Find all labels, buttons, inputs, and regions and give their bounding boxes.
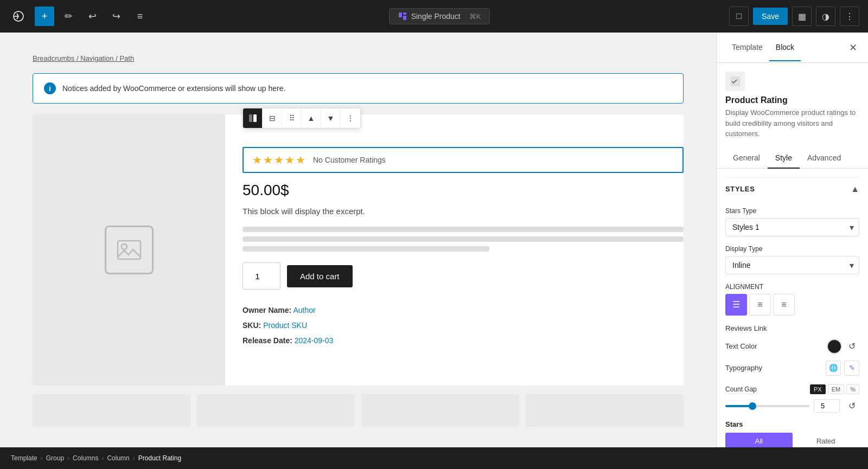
sku-label: SKU: (242, 321, 261, 330)
template-selector[interactable]: Single Product ⌘K (389, 8, 490, 24)
bottom-bar-template[interactable]: Template (9, 454, 40, 462)
release-value[interactable]: 2024-09-03 (295, 336, 334, 345)
stars-section: Stars All Rated (725, 420, 859, 448)
block-toolbar-more-btn[interactable]: ⋮ (341, 108, 360, 128)
save-button[interactable]: Save (753, 8, 788, 25)
sku-value[interactable]: Product SKU (263, 321, 307, 330)
star-2: ★ (263, 153, 273, 166)
align-left-button[interactable]: ☰ (725, 294, 747, 316)
unit-em-button[interactable]: EM (828, 384, 845, 394)
display-type-select[interactable]: Inline Block (725, 256, 859, 274)
svg-rect-3 (403, 16, 406, 20)
sku-row: SKU: Product SKU (242, 318, 684, 333)
styles-section-header[interactable]: Styles ▲ (725, 177, 859, 201)
sidebar-content: Product Rating Display WooCommerce produ… (717, 63, 868, 447)
stars-tab-rated[interactable]: Rated (793, 433, 860, 448)
notice-icon: i (44, 82, 56, 94)
block-toolbar-down-btn[interactable]: ▼ (321, 108, 341, 128)
alignment-label: ALIGNMENT (725, 283, 859, 291)
owner-row: Owner Name: Author (242, 303, 684, 318)
alignment-group: ALIGNMENT ☰ ≡ ≡ (725, 283, 859, 316)
rating-text: No Customer Ratings (313, 156, 386, 164)
block-icon (725, 72, 745, 91)
display-type-group: Display Type Inline Block (725, 245, 859, 274)
count-gap-slider[interactable] (725, 405, 809, 407)
bottom-block-2 (197, 394, 355, 427)
bottom-bar-columns[interactable]: Columns (71, 454, 100, 462)
reviews-link-row: Reviews Link (725, 324, 859, 332)
template-label: Single Product (411, 12, 461, 21)
svg-rect-2 (403, 12, 406, 15)
tab-advanced[interactable]: Advanced (800, 148, 848, 169)
wp-logo-icon[interactable] (9, 7, 28, 26)
redo-button[interactable]: ↪ (106, 7, 126, 26)
unit-percent-button[interactable]: % (846, 384, 859, 394)
sidebar-toggle-button[interactable]: ▦ (792, 7, 812, 26)
tab-template[interactable]: Template (725, 34, 769, 61)
text-color-swatch[interactable] (827, 339, 842, 354)
contrast-button[interactable]: ◑ (816, 7, 835, 26)
draw-button[interactable]: ✏ (59, 7, 78, 26)
unit-px-button[interactable]: PX (810, 384, 826, 394)
count-gap-section: Count Gap PX EM % ↺ (725, 384, 859, 414)
undo-button[interactable]: ↩ (82, 7, 102, 26)
block-desc: Display WooCommerce product ratings to b… (725, 107, 859, 139)
rating-row: ★ ★ ★ ★ ★ No Customer Ratings (242, 147, 684, 173)
bottom-block-4 (526, 394, 684, 427)
count-gap-units: PX EM % (810, 384, 859, 394)
bottom-block-3 (361, 394, 519, 427)
add-to-cart-button[interactable]: Add to cart (287, 265, 353, 287)
svg-rect-1 (399, 12, 402, 17)
right-sidebar: Template Block ✕ Product Rating Display … (716, 33, 868, 447)
stars-tab-all[interactable]: All (725, 433, 793, 448)
owner-value[interactable]: Author (293, 306, 315, 314)
typography-global-button[interactable]: 🌐 (826, 361, 841, 376)
typography-edit-button[interactable]: ✎ (844, 361, 859, 376)
align-group: ☰ ≡ ≡ (725, 294, 859, 316)
close-sidebar-button[interactable]: ✕ (847, 40, 859, 56)
sep-2: › (66, 454, 71, 462)
sidebar-tabs: Template Block ✕ (717, 33, 868, 63)
block-toolbar-table-btn[interactable]: ⊟ (263, 108, 282, 128)
sep-1: › (40, 454, 44, 462)
block-toolbar-up-btn[interactable]: ▲ (302, 108, 321, 128)
bottom-bar-column[interactable]: Column (105, 454, 131, 462)
display-type-select-wrapper: Inline Block (725, 256, 859, 274)
owner-label: Owner Name: (242, 306, 291, 314)
count-gap-input[interactable] (814, 399, 840, 413)
stars-type-select[interactable]: Styles 1 Styles 2 (725, 218, 859, 236)
release-label: Release Date: (242, 336, 292, 345)
align-center-button[interactable]: ≡ (749, 294, 771, 316)
svg-rect-6 (249, 114, 252, 122)
bottom-bar-product-rating[interactable]: Product Rating (136, 454, 183, 462)
count-gap-reset-button[interactable]: ↺ (844, 399, 859, 414)
tab-block[interactable]: Block (769, 34, 801, 61)
meta-line-2 (242, 236, 684, 242)
tab-style[interactable]: Style (768, 148, 800, 169)
slider-fill (725, 405, 751, 407)
star-4: ★ (285, 153, 295, 166)
add-block-button[interactable]: + (35, 7, 54, 26)
tab-general[interactable]: General (725, 148, 768, 169)
stars-type-label: Stars Type (725, 207, 859, 215)
preview-button[interactable]: □ (729, 7, 749, 26)
breadcrumb[interactable]: Breadcrumbs / Navigation / Path (33, 54, 684, 62)
release-row: Release Date: 2024-09-03 (242, 333, 684, 348)
more-options-button[interactable]: ⋮ (840, 7, 859, 26)
stars-type-select-wrapper: Styles 1 Styles 2 (725, 218, 859, 236)
bottom-bar-group[interactable]: Group (44, 454, 66, 462)
typography-label: Typography (725, 364, 762, 372)
product-details: ⊟ ⠿ ▲ ▼ ⋮ ★ ★ ★ ★ ★ No Customer Ratings (242, 114, 684, 386)
block-toolbar-layout-btn[interactable] (243, 108, 263, 128)
notice-text: Notices added by WooCommerce or extensio… (62, 84, 285, 93)
count-gap-header: Count Gap PX EM % (725, 384, 859, 394)
bottom-block-1 (33, 394, 190, 427)
text-color-reset-button[interactable]: ↺ (844, 339, 859, 354)
block-icon-area (725, 72, 859, 91)
align-right-button[interactable]: ≡ (773, 294, 795, 316)
svg-rect-4 (118, 241, 141, 259)
quantity-input[interactable] (242, 262, 280, 290)
list-view-button[interactable]: ≡ (130, 7, 150, 26)
count-gap-label: Count Gap (725, 386, 757, 393)
block-toolbar-drag-btn[interactable]: ⠿ (282, 108, 302, 128)
